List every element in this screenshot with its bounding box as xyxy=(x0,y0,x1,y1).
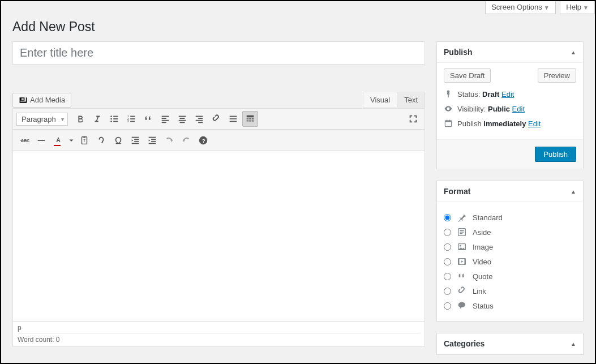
svg-rect-39 xyxy=(83,136,85,138)
visibility-icon xyxy=(444,104,453,113)
link-icon xyxy=(457,286,467,296)
format-aside[interactable]: Aside xyxy=(444,227,576,237)
clear-format-button[interactable] xyxy=(93,132,109,148)
number-list-button[interactable]: 123 xyxy=(123,111,139,127)
svg-point-1 xyxy=(110,118,112,120)
pushpin-icon xyxy=(457,212,467,222)
format-status[interactable]: Status xyxy=(444,301,576,311)
svg-rect-37 xyxy=(38,140,45,141)
svg-rect-31 xyxy=(251,118,254,119)
add-media-button[interactable]: Add Media xyxy=(12,93,71,108)
categories-box: Categories▲ xyxy=(436,333,584,355)
svg-point-60 xyxy=(460,245,461,247)
svg-rect-52 xyxy=(445,121,451,122)
italic-button[interactable] xyxy=(89,111,105,127)
publish-box-header[interactable]: Publish▲ xyxy=(437,42,583,63)
help-tab[interactable]: Help▼ xyxy=(560,1,595,14)
format-link[interactable]: Link xyxy=(444,286,576,296)
screen-options-tab[interactable]: Screen Options▼ xyxy=(485,1,556,14)
format-quote[interactable]: Quote xyxy=(444,271,576,281)
video-icon xyxy=(457,256,467,267)
link-button[interactable] xyxy=(208,111,224,127)
word-count: Word count: 0 xyxy=(18,336,420,344)
svg-rect-27 xyxy=(229,121,237,122)
svg-rect-5 xyxy=(113,121,118,122)
help-button[interactable]: ? xyxy=(195,132,211,148)
svg-rect-10 xyxy=(130,118,135,119)
bold-button[interactable] xyxy=(72,111,88,127)
align-center-button[interactable] xyxy=(174,111,190,127)
bullet-list-button[interactable] xyxy=(106,111,122,127)
format-standard[interactable]: Standard xyxy=(444,212,576,222)
svg-rect-45 xyxy=(149,137,156,138)
edit-publish-date-link[interactable]: Edit xyxy=(528,119,541,128)
svg-rect-12 xyxy=(161,116,169,117)
undo-button[interactable] xyxy=(161,132,177,148)
svg-rect-54 xyxy=(449,120,451,121)
svg-rect-46 xyxy=(151,139,156,140)
svg-rect-43 xyxy=(134,141,139,142)
categories-box-header[interactable]: Categories▲ xyxy=(437,333,583,354)
align-right-button[interactable] xyxy=(191,111,207,127)
svg-point-2 xyxy=(110,121,112,122)
edit-status-link[interactable]: Edit xyxy=(501,90,514,99)
svg-rect-33 xyxy=(249,121,251,122)
image-icon xyxy=(457,242,467,252)
blockquote-button[interactable] xyxy=(140,111,156,127)
indent-button[interactable] xyxy=(144,132,160,148)
status-icon xyxy=(457,301,467,311)
svg-rect-26 xyxy=(229,119,237,120)
element-path: p xyxy=(18,324,420,334)
editor-body[interactable] xyxy=(13,151,425,321)
svg-rect-22 xyxy=(195,120,203,121)
publish-button[interactable]: Publish xyxy=(535,147,576,162)
edit-visibility-link[interactable]: Edit xyxy=(512,105,525,113)
svg-text:?: ? xyxy=(202,138,205,144)
align-left-button[interactable] xyxy=(157,111,173,127)
format-box-header[interactable]: Format▲ xyxy=(437,181,583,202)
calendar-icon xyxy=(444,119,453,128)
svg-rect-42 xyxy=(134,139,139,140)
publish-box: Publish▲ Save Draft Preview Status: Draf… xyxy=(436,41,584,169)
media-icon xyxy=(19,96,28,105)
visual-tab[interactable]: Visual xyxy=(363,92,397,108)
svg-rect-17 xyxy=(179,118,185,119)
svg-rect-13 xyxy=(161,118,166,119)
format-select[interactable]: Paragraph xyxy=(16,113,68,126)
svg-rect-62 xyxy=(458,259,460,265)
format-image[interactable]: Image xyxy=(444,242,576,252)
fullscreen-button[interactable] xyxy=(405,111,421,127)
svg-text:T: T xyxy=(83,139,85,143)
save-draft-button[interactable]: Save Draft xyxy=(444,68,491,83)
preview-button[interactable]: Preview xyxy=(538,68,576,83)
page-title: Add New Post xyxy=(12,14,584,41)
hr-button[interactable] xyxy=(33,132,49,148)
special-char-button[interactable] xyxy=(110,132,126,148)
read-more-button[interactable] xyxy=(225,111,241,127)
svg-point-0 xyxy=(110,115,112,117)
svg-rect-23 xyxy=(198,122,203,123)
editor: Paragraph 123 ABC xyxy=(12,108,425,346)
svg-rect-47 xyxy=(151,141,156,142)
redo-button[interactable] xyxy=(178,132,194,148)
format-video[interactable]: Video xyxy=(444,256,576,267)
paste-text-button[interactable]: T xyxy=(76,132,92,148)
svg-rect-4 xyxy=(113,118,118,119)
outdent-button[interactable] xyxy=(127,132,143,148)
text-color-dropdown[interactable] xyxy=(67,132,75,148)
svg-rect-28 xyxy=(246,115,254,118)
svg-rect-15 xyxy=(161,122,166,123)
toolbar-toggle-button[interactable] xyxy=(242,111,258,127)
svg-rect-24 xyxy=(229,116,237,117)
svg-rect-20 xyxy=(195,116,203,117)
svg-rect-41 xyxy=(132,137,139,138)
pin-icon xyxy=(444,89,453,99)
text-color-button[interactable] xyxy=(50,132,66,148)
svg-rect-63 xyxy=(465,259,466,265)
text-tab[interactable]: Text xyxy=(397,92,425,108)
svg-rect-34 xyxy=(251,121,254,122)
aside-icon xyxy=(457,227,467,237)
strikethrough-button[interactable]: ABC xyxy=(16,132,32,148)
post-title-input[interactable] xyxy=(12,41,425,65)
svg-rect-29 xyxy=(246,118,248,119)
